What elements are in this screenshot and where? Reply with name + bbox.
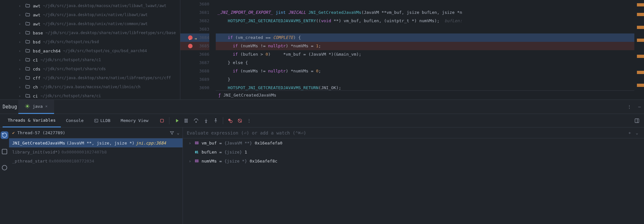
tree-item-name: awt: [33, 22, 40, 26]
folder-icon: [25, 3, 30, 8]
code-line: HOTSPOT_JNI_GETCREATEDJAVAVMS_ENTRY((voi…: [216, 17, 634, 25]
bug-icon: [25, 104, 30, 109]
editor-breadcrumb[interactable]: ƒ JNI_GetCreatedJavaVMs: [216, 90, 634, 99]
frame-address: 0x00000001027407b8: [62, 150, 107, 154]
line-number: ➔3684: [180, 33, 209, 42]
step-into-button[interactable]: [204, 118, 209, 123]
tree-item[interactable]: ›cff~/jdk/src/java.desktop/share/native/…: [0, 73, 180, 82]
tree-item-path: ~/jdk/src/hotspot/share/cds: [43, 67, 106, 71]
frame-args: (JavaVM **, jsize, jsize *): [66, 141, 134, 145]
rerun-icon[interactable]: [1, 131, 8, 139]
debug-toolbar: Threads & Variables Console LLDB Memory …: [0, 114, 644, 127]
frame-location: jni.cpp:3684: [136, 141, 166, 145]
line-number: 3680: [180, 0, 209, 8]
filter-icon[interactable]: [170, 131, 174, 135]
run-config-name: java: [33, 104, 43, 109]
tree-item[interactable]: ›awt~/jdk/src/java.desktop/unix/native/l…: [0, 10, 180, 19]
variable-type: {jsize}: [224, 150, 242, 154]
minimize-icon[interactable]: —: [635, 104, 644, 109]
evaluate-expression-row: ＋ ⌄: [183, 127, 644, 138]
tree-item[interactable]: ›ci~/jdk/src/hotspot/share/ci: [0, 91, 180, 99]
svg-point-13: [2, 165, 7, 170]
breakpoint-icon[interactable]: [188, 35, 193, 40]
variable-name: vm_buf: [202, 141, 217, 145]
tree-item-path: ~/jdk/src/hotspot/os_cpu/bsd_aarch64: [63, 49, 147, 53]
tree-item[interactable]: ›ch~/jdk/src/java.base/macosx/native/lib…: [0, 82, 180, 91]
chevron-right-icon: ›: [19, 4, 23, 8]
chevron-right-icon[interactable]: ›: [189, 141, 192, 145]
svg-rect-12: [2, 149, 7, 154]
minimap[interactable]: [634, 0, 644, 99]
tree-item[interactable]: ›awt~/jdk/src/java.desktop/macosx/native…: [0, 1, 180, 10]
pin-icon[interactable]: [1, 164, 8, 171]
tree-item[interactable]: ›bsd~/jdk/src/hotspot/os/bsd: [0, 37, 180, 46]
stack-frame[interactable]: _pthread_start 0x0000000180772034: [9, 156, 183, 165]
primitive-icon: 01: [194, 150, 199, 154]
tree-item-name: c1: [33, 58, 38, 62]
variable-row[interactable]: › vm_buf = {JavaVM **} 0x16eafefa0: [183, 138, 644, 147]
tree-item-name: bsd: [33, 40, 40, 44]
chevron-down-icon[interactable]: ⌄: [634, 130, 640, 135]
chevron-right-icon[interactable]: ›: [189, 159, 192, 163]
svg-rect-17: [195, 160, 198, 161]
folder-icon: [25, 75, 30, 80]
tree-item[interactable]: ›cds~/jdk/src/hotspot/share/cds: [0, 64, 180, 73]
tab-threads-variables[interactable]: Threads & Variables: [3, 114, 61, 127]
more-icon[interactable]: ⋮: [625, 104, 634, 109]
tree-item[interactable]: ›awt~/jdk/src/java.desktop/unix/native/c…: [0, 19, 180, 28]
variable-row[interactable]: 01 bufLen = {jsize} 1: [183, 147, 644, 156]
variable-value: 0x16eafefa0: [255, 141, 282, 145]
code-line: } else {: [216, 59, 634, 67]
project-tree[interactable]: ›awt~/jdk/src/java.desktop/macosx/native…: [0, 0, 180, 99]
pause-button[interactable]: [184, 118, 189, 123]
tree-item[interactable]: ›c1~/jdk/src/hotspot/share/c1: [0, 55, 180, 64]
tab-memory-view[interactable]: Memory View: [116, 114, 154, 127]
code-line-current: if (vm_created == COMPLETE) {: [216, 33, 634, 42]
folder-icon: [25, 93, 30, 98]
layout-settings-icon[interactable]: [634, 118, 644, 123]
resume-button[interactable]: [174, 118, 179, 123]
evaluate-expression-input[interactable]: [187, 130, 626, 135]
thread-name: Thread-57 (2427789): [17, 130, 65, 135]
chevron-down-icon[interactable]: ⌄: [177, 130, 179, 135]
tab-lldb[interactable]: LLDB: [89, 114, 116, 127]
tree-item-name: bsd_aarch64: [33, 49, 61, 53]
svg-point-9: [230, 120, 232, 123]
tree-item[interactable]: ›bsd_aarch64~/jdk/src/hotspot/os_cpu/bsd…: [0, 46, 180, 55]
stack-frame[interactable]: JNI_GetCreatedJavaVMs(JavaVM **, jsize, …: [9, 138, 183, 147]
run-config-tab[interactable]: java ✕: [18, 100, 54, 114]
chevron-right-icon: ›: [19, 31, 23, 35]
code-content[interactable]: _JNI_IMPORT_OR_EXPORT_ jint JNICALL JNI_…: [216, 0, 634, 99]
variable-name: bufLen: [202, 150, 217, 154]
tree-item-name: ch: [33, 85, 38, 89]
folder-icon: [25, 84, 30, 89]
breakpoint-icon[interactable]: [188, 44, 193, 48]
debug-body: ✔ Thread-57 (2427789) ⌄ JNI_GetCreatedJa…: [0, 127, 644, 224]
mute-breakpoints-button[interactable]: [237, 118, 242, 123]
stack-frame[interactable]: library_init(void*) 0x00000001027407b8: [9, 147, 183, 156]
editor-area: ›awt~/jdk/src/java.desktop/macosx/native…: [0, 0, 644, 100]
more-actions-icon[interactable]: ⋮: [247, 118, 251, 123]
tree-item[interactable]: ›base~/jdk/src/java.desktop/share/native…: [0, 28, 180, 37]
add-watch-icon[interactable]: ＋: [626, 130, 634, 136]
tab-console[interactable]: Console: [61, 114, 89, 127]
code-editor[interactable]: 3680 3681 3682 3683 ➔3684 3685 3686 3687…: [180, 0, 644, 99]
thread-selector[interactable]: ✔ Thread-57 (2427789) ⌄: [9, 127, 183, 138]
stop-button[interactable]: [159, 118, 165, 123]
step-over-button[interactable]: [193, 118, 199, 123]
frame-function: JNI_GetCreatedJavaVMs: [12, 141, 65, 145]
chevron-right-icon: ›: [19, 94, 23, 98]
code-line: }: [216, 75, 634, 84]
line-number: 3686: [180, 50, 209, 59]
object-icon: [194, 159, 199, 163]
step-out-button[interactable]: [213, 118, 218, 123]
settings-icon[interactable]: [1, 148, 8, 155]
svg-rect-18: [195, 161, 198, 162]
variable-row[interactable]: › numVMs = {jsize *} 0x16eafef8c: [183, 156, 644, 165]
line-number: 3681: [180, 8, 209, 17]
view-breakpoints-button[interactable]: [228, 118, 233, 123]
chevron-right-icon: ›: [19, 22, 23, 26]
close-icon[interactable]: ✕: [45, 104, 47, 108]
editor-gutter[interactable]: 3680 3681 3682 3683 ➔3684 3685 3686 3687…: [180, 0, 216, 99]
code-line: if (numVMs != nullptr) *numVMs = 1;: [216, 42, 634, 50]
